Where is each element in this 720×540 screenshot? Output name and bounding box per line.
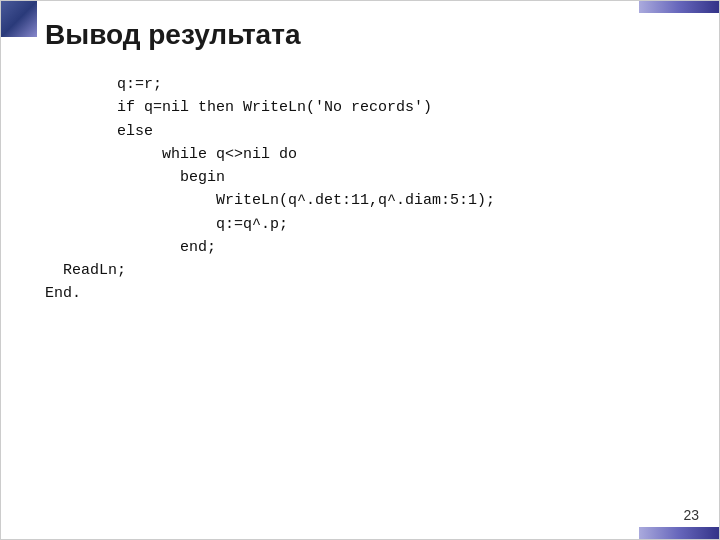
- corner-tr-decoration: [639, 1, 719, 13]
- slide-title: Вывод результата: [45, 19, 699, 51]
- code-block: q:=r; if q=nil then WriteLn('No records'…: [45, 73, 679, 306]
- corner-br-decoration: [639, 527, 719, 539]
- corner-tl-decoration: [1, 1, 37, 37]
- slide: Вывод результата q:=r; if q=nil then Wri…: [0, 0, 720, 540]
- page-number: 23: [683, 507, 699, 523]
